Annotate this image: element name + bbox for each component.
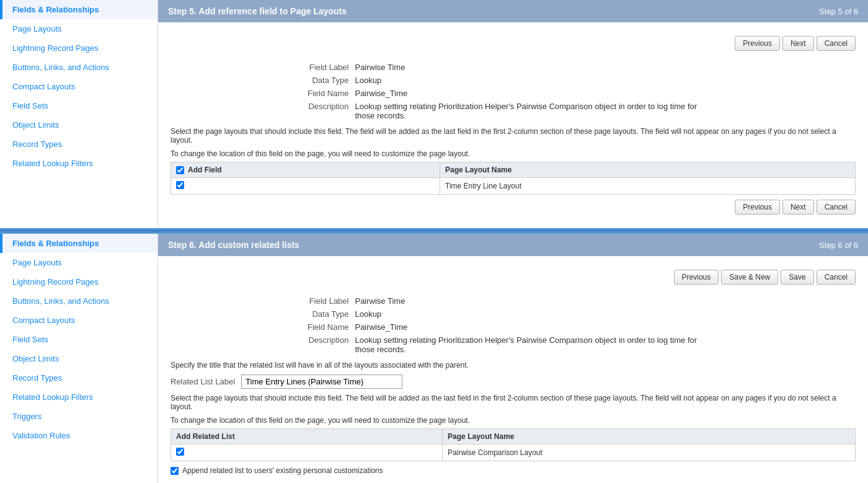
step5-description-key: Description [308,100,355,122]
step6-related-list-label-row: Related List Label [170,374,856,389]
step6-previous-btn-top[interactable]: Previous [674,270,719,285]
step6-field-name-row: Field Name Pairwise_Time [308,321,719,334]
step5-cancel-btn-top[interactable]: Cancel [817,36,856,51]
step6-data-type-row: Data Type Lookup [308,308,719,321]
sidebar-item-object-limits-1[interactable]: Object Limits [0,115,157,135]
step6-field-label-row: Field Label Pairwise Time [308,295,719,308]
sidebar-item-fields-relationships-1[interactable]: Fields & Relationships [0,0,157,19]
sidebar-step5: Fields & Relationships Page Layouts Ligh… [0,0,158,228]
step5-previous-btn-bottom[interactable]: Previous [735,200,780,215]
step5-cancel-btn-bottom[interactable]: Cancel [817,200,856,215]
sidebar-item-record-types-2[interactable]: Record Types [0,368,157,388]
sidebar-item-fields-relationships-2[interactable]: Fields & Relationships [0,234,157,253]
step5-count: Step 5 of 6 [819,7,858,16]
sidebar-item-record-types-1[interactable]: Record Types [0,135,157,154]
sidebar-item-page-layouts-2[interactable]: Page Layouts [0,253,157,272]
step5-row1-name: Time Entry Line Layout [440,178,856,195]
table-row: Pairwise Comparison Layout [171,445,856,461]
panel-step6: Fields & Relationships Page Layouts Ligh… [0,234,868,483]
main-content-step6: Step 6. Add custom related lists Step 6 … [158,234,868,483]
step5-instruction1: Select the page layouts that should incl… [170,127,856,144]
step5-col-add-field: Add Field [171,162,440,178]
step6-instruction-specify: Specify the title that the related list … [170,361,856,370]
step6-count: Step 6 of 6 [819,241,858,250]
step5-col-layout-name: Page Layout Name [440,162,856,178]
sidebar-item-buttons-links-actions-1[interactable]: Buttons, Links, and Actions [0,58,157,77]
step6-col-add-related-list: Add Related List [171,429,443,445]
step6-instruction1: Select the page layouts that should incl… [170,394,856,411]
step6-content: Previous Save & New Save Cancel Field La… [158,256,868,483]
sidebar-item-lightning-record-pages-1[interactable]: Lightning Record Pages [0,38,157,58]
sidebar-item-object-limits-2[interactable]: Object Limits [0,349,157,368]
sidebar-item-related-lookup-filters-1[interactable]: Related Lookup Filters [0,154,157,173]
sidebar-item-field-sets-1[interactable]: Field Sets [0,96,157,115]
step6-field-info: Field Label Pairwise Time Data Type Look… [308,295,719,356]
step6-save-new-btn-top[interactable]: Save & New [721,270,778,285]
sidebar-step6: Fields & Relationships Page Layouts Ligh… [0,234,158,483]
main-content-step5: Step 5. Add reference field to Page Layo… [158,0,868,228]
step6-layout-table: Add Related List Page Layout Name Pairwi… [170,428,856,461]
step6-header: Step 6. Add custom related lists Step 6 … [158,234,868,256]
step6-btn-toolbar-top: Previous Save & New Save Cancel [170,265,856,290]
step6-related-list-label-input[interactable] [241,374,402,389]
step5-header: Step 5. Add reference field to Page Layo… [158,0,868,22]
step5-select-all-checkbox[interactable] [176,166,184,174]
step6-append-label: Append related list to users' existing p… [182,466,383,475]
step5-btn-toolbar-bottom: Previous Next Cancel [170,195,856,219]
step5-data-type-key: Data Type [308,74,355,87]
step6-instruction2: To change the location of this field on … [170,416,856,425]
sidebar-item-triggers-2[interactable]: Triggers [0,407,157,426]
sidebar-item-compact-layouts-2[interactable]: Compact Layouts [0,311,157,330]
sidebar-item-field-sets-2[interactable]: Field Sets [0,330,157,349]
step6-save-btn-top[interactable]: Save [781,270,813,285]
step5-description-row: Description Lookup setting relating Prio… [308,100,719,122]
step6-row1-name: Pairwise Comparison Layout [443,445,856,461]
step6-data-type-key: Data Type [308,308,355,321]
step6-cancel-btn-top[interactable]: Cancel [817,270,856,285]
table-row: Time Entry Line Layout [171,178,856,195]
step6-description-key: Description [308,334,355,356]
sidebar-item-validation-rules-2[interactable]: Validation Rules [0,426,157,445]
step5-field-name-row: Field Name Pairwise_Time [308,87,719,100]
step5-next-btn-bottom[interactable]: Next [782,200,814,215]
step6-description-val: Lookup setting relating Prioritization H… [355,334,719,356]
step6-field-label-val: Pairwise Time [355,295,719,308]
panel-step5: Fields & Relationships Page Layouts Ligh… [0,0,868,230]
sidebar-item-compact-layouts-1[interactable]: Compact Layouts [0,77,157,96]
step5-field-label-row: Field Label Pairwise Time [308,61,719,74]
step5-field-label-key: Field Label [308,61,355,74]
step5-field-name-val: Pairwise_Time [355,87,719,100]
step6-field-label-key: Field Label [308,295,355,308]
step6-row1-checkbox-cell [171,445,443,461]
step5-row1-checkbox[interactable] [176,181,184,189]
step5-description-val: Lookup setting relating Prioritization H… [355,100,719,122]
step6-title: Step 6. Add custom related lists [168,240,299,250]
step5-next-btn-top[interactable]: Next [782,36,814,51]
sidebar-item-buttons-links-actions-2[interactable]: Buttons, Links, and Actions [0,291,157,311]
step5-title: Step 5. Add reference field to Page Layo… [168,6,347,16]
sidebar-item-page-layouts-1[interactable]: Page Layouts [0,19,157,38]
step5-row1-checkbox-cell [171,178,440,195]
step6-description-row: Description Lookup setting relating Prio… [308,334,719,356]
step6-field-name-key: Field Name [308,321,355,334]
step6-data-type-val: Lookup [355,308,719,321]
step6-append-row: Append related list to users' existing p… [170,466,856,475]
step5-field-name-key: Field Name [308,87,355,100]
step6-col-layout-name: Page Layout Name [443,429,856,445]
step6-row1-checkbox[interactable] [176,448,184,456]
step5-data-type-val: Lookup [355,74,719,87]
step5-field-label-val: Pairwise Time [355,61,719,74]
step6-related-list-label-key: Related List Label [170,377,235,386]
sidebar-item-related-lookup-filters-2[interactable]: Related Lookup Filters [0,388,157,407]
sidebar-item-lightning-record-pages-2[interactable]: Lightning Record Pages [0,272,157,291]
step5-data-type-row: Data Type Lookup [308,74,719,87]
step6-append-checkbox[interactable] [170,467,179,475]
step5-content: Previous Next Cancel Field Label Pairwis… [158,22,868,228]
step5-layout-table: Add Field Page Layout Name Time Entry Li… [170,162,856,195]
step5-previous-btn-top[interactable]: Previous [735,36,780,51]
step6-btn-toolbar-bottom: Previous Save & New Save Cancel [170,480,856,483]
step5-field-info: Field Label Pairwise Time Data Type Look… [308,61,719,122]
step6-field-name-val: Pairwise_Time [355,321,719,334]
step5-instruction2: To change the location of this field on … [170,149,856,158]
step5-btn-toolbar-top: Previous Next Cancel [170,31,856,56]
